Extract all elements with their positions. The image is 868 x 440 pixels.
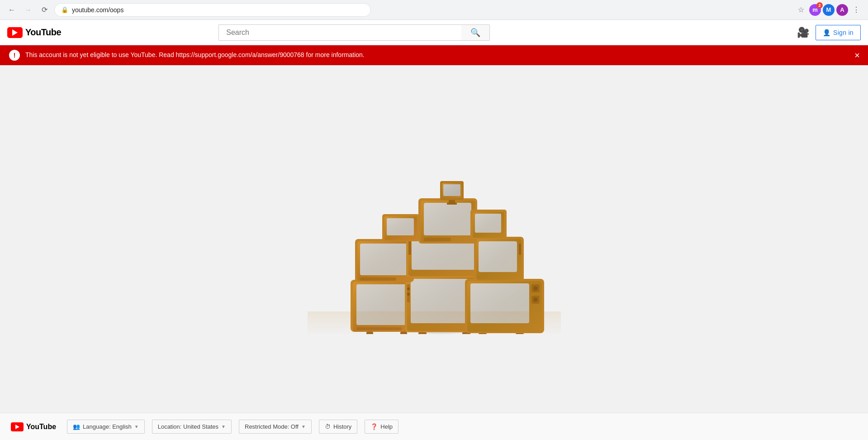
forward-button[interactable]: → bbox=[22, 4, 34, 16]
svg-rect-35 bbox=[360, 277, 396, 281]
restricted-mode-button[interactable]: Restricted Mode: Off ▼ bbox=[239, 420, 312, 434]
search-form: 🔍 bbox=[218, 24, 490, 41]
footer-logo: YouTube bbox=[11, 422, 56, 431]
search-icon: 🔍 bbox=[470, 28, 480, 38]
help-label: Help bbox=[380, 423, 393, 430]
language-icon: 👥 bbox=[73, 423, 80, 430]
footer-logo-icon bbox=[11, 422, 24, 431]
search-button[interactable]: 🔍 bbox=[461, 24, 490, 41]
svg-rect-68 bbox=[308, 311, 561, 334]
language-button[interactable]: 👥 Language: English ▼ bbox=[67, 420, 145, 434]
svg-rect-44 bbox=[479, 241, 517, 272]
tv-top-left-small bbox=[382, 214, 419, 241]
profile-avatar-3[interactable]: A bbox=[836, 4, 848, 16]
language-label: Language: English bbox=[83, 423, 132, 430]
location-dropdown-arrow: ▼ bbox=[221, 424, 226, 429]
lock-icon: 🔒 bbox=[61, 6, 68, 13]
sign-in-button[interactable]: 👤 Sign in bbox=[816, 25, 861, 40]
language-dropdown-arrow: ▼ bbox=[134, 424, 139, 429]
help-icon: ❓ bbox=[370, 423, 378, 430]
back-button[interactable]: ← bbox=[5, 4, 18, 16]
svg-point-28 bbox=[533, 297, 538, 302]
notification-badge: 2 bbox=[816, 2, 823, 9]
svg-point-27 bbox=[533, 286, 538, 291]
tv-top-right-small bbox=[470, 210, 507, 239]
history-icon: ⏱ bbox=[325, 423, 331, 430]
search-input[interactable] bbox=[218, 24, 461, 41]
reload-button[interactable]: ⟳ bbox=[38, 4, 51, 16]
person-icon: 👤 bbox=[823, 29, 830, 36]
help-button[interactable]: ❓ Help bbox=[365, 420, 398, 434]
history-label: History bbox=[333, 423, 351, 430]
profile-avatar[interactable]: m 2 bbox=[809, 4, 821, 16]
location-button[interactable]: Location: United States ▼ bbox=[152, 420, 232, 434]
history-button[interactable]: ⏱ History bbox=[319, 420, 357, 434]
restricted-dropdown-arrow: ▼ bbox=[301, 424, 306, 429]
browser-toolbar: ☆ m 2 M A ⋮ bbox=[795, 4, 863, 16]
svg-point-18 bbox=[407, 293, 410, 296]
profile-avatar-2[interactable]: M bbox=[823, 4, 835, 16]
youtube-logo-icon bbox=[7, 27, 23, 38]
url-text: youtube.com/oops bbox=[72, 6, 123, 14]
svg-rect-45 bbox=[519, 244, 521, 255]
youtube-header: YouTube 🔍 🎥 👤 Sign in bbox=[0, 20, 868, 45]
camera-icon: 🎥 bbox=[797, 27, 809, 38]
footer: YouTube 👥 Language: English ▼ Location: … bbox=[0, 413, 868, 440]
address-bar[interactable]: 🔒 youtube.com/oops bbox=[54, 3, 371, 17]
header-right: 🎥 👤 Sign in bbox=[794, 24, 861, 41]
restricted-label: Restricted Mode: Off bbox=[245, 423, 299, 430]
browser-chrome: ← → ⟳ 🔒 youtube.com/oops ☆ m 2 M A ⋮ bbox=[0, 0, 868, 20]
tv-stack-svg bbox=[308, 144, 561, 334]
svg-rect-40 bbox=[408, 239, 411, 255]
svg-rect-54 bbox=[475, 214, 501, 233]
svg-rect-50 bbox=[424, 238, 451, 241]
camera-button[interactable]: 🎥 bbox=[794, 24, 812, 41]
youtube-logo-text: YouTube bbox=[25, 27, 61, 38]
svg-rect-60 bbox=[447, 203, 457, 205]
tv-top-center bbox=[418, 198, 477, 244]
svg-rect-58 bbox=[443, 184, 460, 196]
youtube-logo[interactable]: YouTube bbox=[7, 27, 61, 38]
location-label: Location: United States bbox=[158, 423, 218, 430]
tv-middle-right bbox=[474, 237, 524, 281]
alert-close-button[interactable]: × bbox=[852, 49, 863, 62]
tv-middle-left bbox=[355, 239, 414, 282]
svg-rect-49 bbox=[424, 203, 471, 235]
alert-text: This account is not yet eligible to use … bbox=[25, 51, 859, 60]
footer-logo-text: YouTube bbox=[26, 423, 56, 431]
svg-rect-64 bbox=[387, 218, 414, 235]
more-options-button[interactable]: ⋮ bbox=[850, 4, 863, 16]
svg-point-17 bbox=[407, 287, 410, 290]
bookmark-button[interactable]: ☆ bbox=[795, 4, 807, 16]
alert-icon: ! bbox=[9, 50, 20, 61]
svg-rect-34 bbox=[360, 244, 408, 275]
main-content bbox=[0, 65, 868, 413]
tv-illustration bbox=[308, 144, 561, 334]
alert-banner: ! This account is not yet eligible to us… bbox=[0, 45, 868, 65]
